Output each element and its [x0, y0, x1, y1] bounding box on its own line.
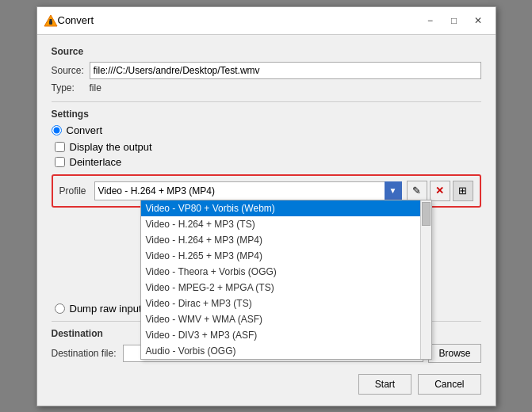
minimize-button[interactable]: −	[419, 12, 442, 29]
content-area: Source Source: Type: file Settings Conve…	[37, 35, 496, 406]
dump-raw-label: Dump raw input	[70, 303, 142, 315]
svg-rect-2	[49, 19, 52, 21]
convert-radio-row: Convert	[52, 124, 481, 136]
type-value: file	[90, 82, 101, 93]
dropdown-item-dirac[interactable]: Video - Dirac + MP3 (TS)	[141, 296, 431, 311]
display-output-label: Display the output	[70, 141, 152, 153]
profile-delete-button[interactable]: ✕	[430, 181, 450, 201]
divider-1	[52, 101, 481, 102]
convert-label: Convert	[67, 124, 103, 136]
type-row: Type: file	[52, 82, 481, 93]
dropdown-item-h265[interactable]: Video - H.265 + MP3 (MP4)	[141, 248, 431, 264]
dropdown-scrollbar[interactable]	[420, 200, 431, 359]
browse-button[interactable]: Browse	[428, 344, 480, 363]
source-section: Source Source: Type: file	[52, 46, 481, 93]
close-button[interactable]: ✕	[467, 12, 489, 29]
dropdown-item-h264mp4[interactable]: Video - H.264 + MP3 (MP4)	[141, 232, 431, 248]
dropdown-item-mpeg2[interactable]: Video - MPEG-2 + MPGA (TS)	[141, 280, 431, 296]
profile-edit-button[interactable]: ✎	[407, 181, 427, 201]
deinterlace-checkbox[interactable]	[55, 157, 65, 167]
settings-section-label: Settings	[52, 109, 481, 120]
profile-new-button[interactable]: ⊞	[453, 181, 473, 201]
dropdown-item-vp80[interactable]: Video - VP80 + Vorbis (Webm)	[141, 200, 431, 216]
dropdown-item-wmv[interactable]: Video - WMV + WMA (ASF)	[141, 311, 431, 327]
display-output-row: Display the output	[55, 141, 481, 153]
start-button[interactable]: Start	[358, 374, 411, 395]
window-title: Convert	[58, 14, 419, 26]
source-field-label: Source:	[52, 65, 90, 76]
dropdown-item-vorbis[interactable]: Audio - Vorbis (OGG)	[141, 343, 431, 359]
deinterlace-label: Deinterlace	[70, 156, 122, 168]
profile-section: Profile Video - VP80 + Vorbis (Webm) Vid…	[52, 174, 481, 208]
destination-file-label: Destination file:	[52, 348, 123, 359]
deinterlace-row: Deinterlace	[55, 156, 481, 168]
title-bar: Convert − □ ✕	[37, 7, 496, 35]
source-row: Source:	[52, 62, 481, 79]
profile-select-wrapper: Video - VP80 + Vorbis (Webm) Video - H.2…	[94, 181, 402, 200]
dropdown-item-theora[interactable]: Video - Theora + Vorbis (OGG)	[141, 264, 431, 280]
footer-buttons: Start Cancel	[52, 374, 481, 395]
source-input[interactable]	[90, 62, 481, 79]
dump-raw-radio[interactable]	[55, 303, 65, 314]
vlc-icon	[44, 13, 58, 28]
dropdown-item-h264ts[interactable]: Video - H.264 + MP3 (TS)	[141, 216, 431, 232]
profile-label: Profile	[59, 185, 86, 196]
convert-window: Convert − □ ✕ Source Source: Type: file …	[36, 6, 496, 406]
cancel-button[interactable]: Cancel	[418, 374, 480, 395]
profile-select[interactable]: Video - VP80 + Vorbis (Webm) Video - H.2…	[94, 181, 402, 200]
settings-section: Settings Convert Display the output Dein…	[52, 109, 481, 168]
convert-radio[interactable]	[52, 125, 62, 135]
profile-buttons: ✎ ✕ ⊞	[407, 181, 473, 201]
profile-dropdown-list: Video - VP80 + Vorbis (Webm) Video - H.2…	[140, 200, 432, 360]
dropdown-item-div3[interactable]: Video - DIV3 + MP3 (ASF)	[141, 327, 431, 343]
dropdown-scroll-thumb	[422, 202, 431, 226]
title-bar-controls: − □ ✕	[419, 12, 489, 29]
display-output-checkbox[interactable]	[55, 142, 65, 152]
svg-rect-1	[49, 21, 52, 25]
maximize-button[interactable]: □	[443, 12, 465, 29]
source-section-label: Source	[52, 46, 481, 57]
type-field-label: Type:	[52, 82, 90, 93]
